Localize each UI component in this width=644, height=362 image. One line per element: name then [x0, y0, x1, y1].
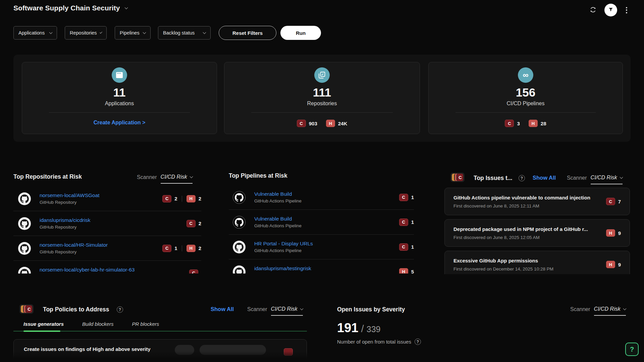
high-badge: H [186, 195, 196, 202]
issues-list: GitHub Actions pipeline vulnerable to co… [444, 188, 630, 274]
critical-badge: C [162, 245, 171, 252]
issue-count: 9 [618, 230, 621, 236]
pipelines-label: CI/CD Pipelines [507, 101, 545, 107]
policies-scanner-dropdown[interactable]: Scanner CI/CD Risk [247, 306, 303, 316]
issue-card[interactable]: Excessive GitHub App permissions First d… [444, 251, 630, 274]
tab-issue-generators[interactable]: Issue generators [23, 321, 64, 327]
pipeline-link[interactable]: Vulnerable Build [254, 216, 399, 222]
repository-row[interactable]: idansluprisma/cicdrisk GitHub Repository… [13, 211, 201, 236]
pipelines-list: Vulnerable Build GitHub Actions Pipeline… [229, 185, 414, 274]
more-menu-button[interactable] [625, 6, 629, 15]
pipeline-type: GitHub Actions Pipeline [254, 223, 399, 228]
divider [182, 245, 182, 251]
repository-link[interactable]: norsemen-local/cyber-lab-hr-simulator-63 [40, 267, 189, 273]
repositories-stat-card[interactable]: 111 Repositories C903 H24K [224, 62, 420, 134]
pipeline-row[interactable]: HR Portal - Display URLs GitHub Actions … [229, 235, 414, 259]
pipeline-row[interactable]: Vulnerable Build GitHub Actions Pipeline… [229, 210, 414, 235]
divider [49, 112, 190, 113]
pipeline-type: GitHub Actions Pipeline [254, 273, 399, 274]
pipeline-row[interactable]: idansluprisma/testingrisk GitHub Actions… [229, 259, 414, 274]
help-icon[interactable]: ? [415, 339, 421, 345]
open-issues-title: Open Issues by Severity [337, 306, 405, 313]
help-icon[interactable]: ? [519, 175, 525, 181]
applications-stat-card[interactable]: 11 Applications Create Application > [22, 62, 217, 134]
issue-title: GitHub Actions pipeline vulnerable to co… [453, 195, 606, 200]
critical-badge: C [297, 120, 306, 127]
issue-title: Excessive GitHub App permissions [453, 258, 606, 263]
repositories-label: Repositories [307, 101, 337, 107]
repository-type: GitHub Repository [40, 225, 186, 230]
open-issues-ratio: 191 / 339 [337, 321, 380, 335]
high-count: 2 [199, 245, 201, 251]
funnel-icon [608, 7, 614, 14]
pipeline-row[interactable]: Vulnerable Build GitHub Actions Pipeline… [229, 185, 414, 210]
pipelines-filter-dropdown[interactable]: Pipelines [115, 26, 151, 40]
help-icon[interactable]: ? [117, 306, 123, 313]
filter-button[interactable] [604, 4, 617, 16]
critical-count: 2 [174, 196, 177, 201]
critical-badge: C [162, 195, 171, 202]
pipelines-stat-card[interactable]: ∞ 156 CI/CD Pipelines C3 H28 [428, 62, 623, 134]
issue-discovered: First discovered on June 8, 2025 12:11 A… [453, 203, 606, 208]
create-application-link[interactable]: Create Application > [94, 120, 146, 126]
repositories-scanner-dropdown[interactable]: Scanner CI/CD Risk [137, 174, 193, 184]
policies-show-all-link[interactable]: Show All [211, 306, 234, 312]
pipeline-link[interactable]: idansluprisma/testingrisk [254, 265, 399, 272]
summary-cards-panel: 11 Applications Create Application > 111… [13, 55, 631, 142]
chevron-down-icon [49, 31, 53, 34]
issue-card[interactable]: GitHub Actions pipeline vulnerable to co… [444, 188, 630, 215]
issue-discovered: First discovered on June 8, 2025 12:05 A… [453, 235, 606, 240]
tab-build-blockers[interactable]: Build blockers [82, 321, 113, 327]
applications-icon [112, 67, 127, 83]
tab-pr-blockers[interactable]: PR blockers [132, 321, 159, 327]
open-issues-scanner-dropdown[interactable]: Scanner CI/CD Risk [570, 306, 626, 316]
policies-tabs: Issue generators Build blockers PR block… [23, 321, 159, 327]
chevron-down-icon [100, 31, 102, 34]
reset-filters-button[interactable]: Reset Filters [219, 26, 276, 40]
repository-link[interactable]: idansluprisma/cicdrisk [40, 217, 186, 223]
repository-row[interactable]: norsemen-local/AWSGoat GitHub Repository… [13, 186, 201, 211]
repositories-filter-dropdown[interactable]: Repositories [65, 26, 107, 40]
policies-severity-stack-icon: C [19, 304, 34, 314]
critical-count: 1 [411, 194, 414, 200]
repositories-list: norsemen-local/AWSGoat GitHub Repository… [13, 186, 201, 274]
github-icon [18, 192, 31, 205]
pipelines-infinity-icon: ∞ [518, 67, 533, 83]
repository-link[interactable]: norsemen-local/HR-Simulator [40, 242, 162, 248]
dashboard-page: Software Supply Chain Security [0, 0, 644, 362]
high-badge: H [399, 268, 408, 274]
repositories-icon [314, 67, 330, 83]
refresh-button[interactable] [589, 6, 597, 15]
run-button[interactable]: Run [280, 26, 321, 40]
github-icon [233, 191, 246, 204]
help-fab-button[interactable]: ? [625, 343, 639, 356]
issue-card[interactable]: Deprecated package used in NPM project o… [444, 219, 630, 247]
high-count: 2 [199, 196, 201, 201]
pipeline-link[interactable]: HR Portal - Display URLs [254, 241, 399, 247]
github-icon [18, 217, 31, 230]
critical-count: 903 [309, 121, 317, 126]
divider [251, 112, 393, 113]
repositories-section-title: Top Repositories at Risk [13, 173, 82, 180]
applications-filter-dropdown[interactable]: Applications [13, 26, 57, 40]
repository-row[interactable]: norsemen-local/HR-Simulator GitHub Repos… [13, 236, 201, 261]
backlog-status-filter-dropdown[interactable]: Backlog status [158, 26, 211, 40]
issues-show-all-link[interactable]: Show All [533, 175, 556, 181]
pipeline-link[interactable]: Vulnerable Build [254, 191, 399, 197]
critical-badge: C [186, 220, 196, 227]
critical-count: 3 [517, 121, 520, 126]
chevron-down-icon [300, 307, 303, 310]
high-badge: H [606, 229, 615, 237]
issues-scanner-dropdown[interactable]: Scanner CI/CD Risk [567, 175, 623, 184]
divider [455, 112, 596, 113]
repository-link[interactable]: norsemen-local/AWSGoat [40, 192, 162, 198]
bottom-fade [13, 351, 308, 362]
issue-count: 7 [618, 199, 621, 204]
issues-section-title: Top Issues t... [474, 175, 512, 182]
repository-row[interactable]: norsemen-local/cyber-lab-hr-simulator-63… [13, 261, 201, 274]
critical-count: 1 [411, 244, 414, 250]
repository-type: GitHub Repository [40, 200, 162, 205]
high-badge: H [529, 120, 538, 127]
chevron-down-icon [203, 31, 206, 34]
chevron-down-icon[interactable] [125, 6, 128, 9]
